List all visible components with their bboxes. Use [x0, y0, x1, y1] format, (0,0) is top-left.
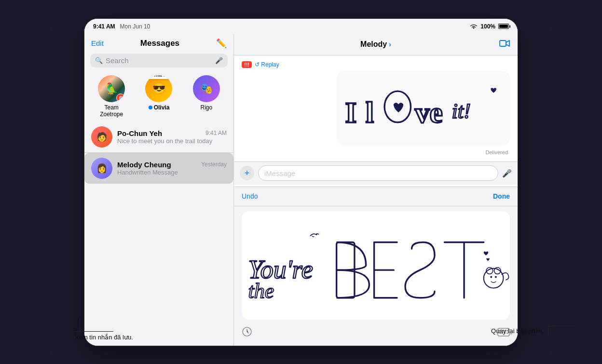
status-time: 9:41 AM: [93, 23, 115, 30]
chat-messages: !!! ↺ Replay I l: [234, 55, 518, 162]
contact-name-pochun: Po-Chun Yeh: [117, 129, 162, 137]
pinned-name-team-zoetrope: Team Zoetrope: [92, 104, 131, 118]
handwriting-bottom-bar: [234, 324, 518, 346]
chevron-icon: ›: [389, 40, 391, 48]
contact-info-pochun: Po-Chun Yeh 9:41 AM Nice to meet you on …: [117, 129, 227, 145]
search-input[interactable]: Search: [106, 56, 212, 65]
annotation-right: Quay lại bàn phím.: [491, 326, 577, 336]
annotation-left: Xem tin nhắn đã lưu.: [75, 318, 133, 341]
handwriting-toolbar: Undo Done: [234, 187, 518, 206]
avatar-olivia: 😎 🌸🌞 What a lovely day, sunshine!: [145, 75, 172, 102]
delivered-label: Delivered: [242, 149, 508, 155]
svg-text:I: I: [345, 96, 358, 129]
replay-button[interactable]: ↺ Replay: [255, 61, 279, 68]
chat-contact-name[interactable]: Melody ›: [360, 40, 391, 49]
contact-preview-pochun: Nice to meet you on the trail today: [117, 137, 227, 145]
search-bar[interactable]: 🔍 Search 🎤: [90, 54, 228, 67]
avatar-melody: 👩: [91, 158, 112, 179]
add-attachment-button[interactable]: +: [240, 166, 254, 180]
saved-messages-button[interactable]: [242, 326, 252, 339]
mic-button[interactable]: 🎤: [502, 169, 512, 178]
pinned-contact-olivia[interactable]: 😎 🌸🌞 What a lovely day, sunshine! Olivia: [139, 75, 178, 118]
pinned-contact-rigo[interactable]: 🎭 Rigo: [187, 75, 226, 118]
contact-item-melody[interactable]: 👩 Melody Cheung Yesterday Handwritten Me…: [84, 153, 233, 184]
exclaim-badge: !!!: [242, 61, 252, 68]
svg-point-13: [495, 276, 497, 278]
pinned-section: 🦜 6 Team Zoetrope 😎 🌸🌞 What a lovely day…: [84, 71, 233, 121]
sidebar-title: Messages: [104, 39, 216, 48]
status-bar: 9:41 AM Mon Jun 10 100%: [84, 19, 518, 34]
chat-area: Melody › !!! ↺ Replay: [234, 34, 518, 346]
svg-text:ve: ve: [415, 96, 443, 129]
avatar-team-zoetrope: 🦜 6: [98, 75, 125, 102]
pinned-contact-team-zoetrope[interactable]: 🦜 6 Team Zoetrope: [92, 75, 131, 118]
clock-icon: [242, 326, 252, 337]
sidebar: Edit Messages ✏️ 🔍 Search 🎤 🦜: [84, 34, 234, 346]
avatar-pochun: 🧑: [91, 126, 112, 148]
contact-time-pochun: 9:41 AM: [205, 130, 227, 136]
chat-header: Melody ›: [234, 34, 518, 55]
done-button[interactable]: Done: [493, 192, 510, 200]
contact-list: 🧑 Po-Chun Yeh 9:41 AM Nice to meet you o…: [84, 121, 233, 346]
love-it-svg: I l ve it!: [341, 77, 505, 139]
annotation-right-text: Quay lại bàn phím.: [491, 327, 544, 335]
handwriting-panel: Undo Done You're the: [234, 187, 518, 346]
annotation-left-text: Xem tin nhắn đã lưu.: [75, 334, 133, 341]
device-frame: 9:41 AM Mon Jun 10 100%: [84, 18, 518, 346]
status-date: Mon Jun 10: [120, 23, 150, 30]
search-icon: 🔍: [95, 57, 103, 64]
chat-input-bar: + iMessage 🎤: [234, 162, 518, 185]
mic-icon: 🎤: [215, 57, 223, 64]
wifi-icon: [470, 24, 478, 29]
battery-icon: [498, 24, 509, 29]
contact-preview-melody: Handwritten Message: [117, 169, 227, 176]
svg-point-12: [490, 276, 492, 278]
undo-button[interactable]: Undo: [242, 192, 258, 200]
sidebar-header: Edit Messages ✏️: [84, 34, 233, 52]
pinned-name-rigo: Rigo: [200, 104, 212, 111]
battery-label: 100%: [480, 23, 495, 30]
speech-bubble-olivia: 🌸🌞 What a lovely day, sunshine!: [145, 75, 172, 79]
love-it-message: I l ve it!: [242, 71, 510, 146]
contact-info-melody: Melody Cheung Yesterday Handwritten Mess…: [117, 161, 227, 176]
handwriting-canvas[interactable]: You're the: [242, 211, 510, 320]
svg-text:the: the: [248, 279, 274, 303]
compose-button[interactable]: ✏️: [216, 38, 227, 49]
replay-indicator: !!! ↺ Replay: [242, 61, 510, 68]
edit-button[interactable]: Edit: [91, 39, 104, 47]
svg-text:it!: it!: [452, 99, 471, 123]
badge-team-zoetrope: 6: [116, 94, 125, 102]
avatar-rigo: 🎭: [193, 75, 220, 102]
contact-name-melody: Melody Cheung: [117, 161, 171, 169]
pinned-name-olivia: Olivia: [149, 104, 170, 111]
video-call-button[interactable]: [499, 40, 510, 50]
contact-item-pochun[interactable]: 🧑 Po-Chun Yeh 9:41 AM Nice to meet you o…: [84, 121, 233, 153]
best-svg: You're the: [242, 212, 510, 318]
svg-text:l: l: [366, 96, 374, 129]
contact-time-melody: Yesterday: [201, 161, 227, 168]
svg-rect-0: [500, 40, 506, 46]
imessage-input[interactable]: iMessage: [258, 165, 498, 181]
